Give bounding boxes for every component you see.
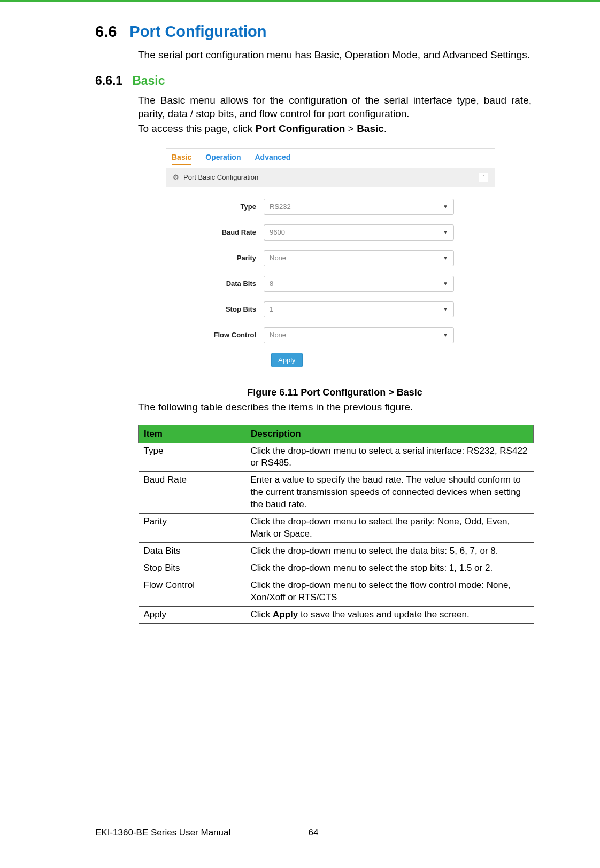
cell-item: Flow Control bbox=[139, 577, 245, 606]
select-databits-value: 8 bbox=[270, 280, 273, 288]
section-number: 6.6 bbox=[95, 23, 117, 41]
select-stopbits-value: 1 bbox=[270, 305, 273, 313]
section-title: Port Configuration bbox=[129, 23, 266, 41]
table-row: Apply Click Apply to save the values and… bbox=[139, 606, 534, 623]
select-flow[interactable]: None ▼ bbox=[264, 327, 454, 343]
tab-bar: Basic Operation Advanced bbox=[166, 149, 495, 168]
table-row: Flow Control Click the drop-down menu to… bbox=[139, 577, 534, 606]
select-databits[interactable]: 8 ▼ bbox=[264, 276, 454, 292]
apply-desc-bold: Apply bbox=[273, 609, 298, 619]
select-type-value: RS232 bbox=[270, 203, 291, 211]
row-type: Type RS232 ▼ bbox=[178, 199, 483, 215]
description-table: Item Description Type Click the drop-dow… bbox=[138, 425, 534, 624]
label-databits: Data Bits bbox=[178, 280, 264, 288]
tab-operation[interactable]: Operation bbox=[205, 153, 241, 165]
row-flow: Flow Control None ▼ bbox=[178, 327, 483, 343]
label-stopbits: Stop Bits bbox=[178, 305, 264, 313]
apply-row: Apply bbox=[271, 353, 483, 367]
subsection-intro: The Basic menu allows for the configurat… bbox=[138, 94, 532, 121]
figure-panel: Basic Operation Advanced ⚙ Port Basic Co… bbox=[166, 148, 495, 379]
select-baud[interactable]: 9600 ▼ bbox=[264, 224, 454, 241]
cell-desc: Click the drop-down menu to select the f… bbox=[245, 577, 534, 606]
label-parity: Parity bbox=[178, 254, 264, 262]
th-item: Item bbox=[139, 425, 245, 443]
page-footer: EKI-1360-BE Series User Manual 64 bbox=[95, 827, 532, 838]
chevron-down-icon: ▼ bbox=[443, 204, 448, 210]
cell-item: Baud Rate bbox=[139, 472, 245, 514]
form-area: Type RS232 ▼ Baud Rate 9600 ▼ Parity Non… bbox=[166, 187, 495, 379]
footer-page-number: 64 bbox=[95, 827, 532, 838]
select-baud-value: 9600 bbox=[270, 228, 285, 236]
apply-desc-pre: Click bbox=[251, 609, 273, 619]
subsection-number: 6.6.1 bbox=[95, 74, 122, 88]
table-row: Baud Rate Enter a value to specify the b… bbox=[139, 472, 534, 514]
figure-caption: Figure 6.11 Port Configuration > Basic bbox=[138, 387, 532, 398]
table-row: Data Bits Click the drop-down menu to se… bbox=[139, 543, 534, 560]
cell-desc: Click the drop-down menu to select a ser… bbox=[245, 443, 534, 472]
label-flow: Flow Control bbox=[178, 331, 264, 339]
chevron-down-icon: ▼ bbox=[443, 229, 448, 235]
cell-desc: Click the drop-down menu to select the s… bbox=[245, 560, 534, 577]
section-heading: 6.6 Port Configuration bbox=[95, 23, 532, 41]
subsection-title: Basic bbox=[132, 74, 165, 88]
select-stopbits[interactable]: 1 ▼ bbox=[264, 301, 454, 317]
access-suffix: . bbox=[384, 123, 387, 134]
table-row: Type Click the drop-down menu to select … bbox=[139, 443, 534, 472]
access-link-2: Basic bbox=[357, 123, 384, 134]
chevron-up-icon: ˄ bbox=[482, 174, 485, 180]
cell-desc: Click the drop-down menu to select the p… bbox=[245, 514, 534, 543]
cell-desc: Click the drop-down menu to select the d… bbox=[245, 543, 534, 560]
select-parity[interactable]: None ▼ bbox=[264, 250, 454, 266]
label-type: Type bbox=[178, 203, 264, 211]
tab-advanced[interactable]: Advanced bbox=[255, 153, 290, 165]
apply-button[interactable]: Apply bbox=[271, 353, 303, 367]
panel-title: Port Basic Configuration bbox=[183, 173, 258, 181]
cell-item: Type bbox=[139, 443, 245, 472]
collapse-button[interactable]: ˄ bbox=[479, 173, 488, 182]
cell-item: Stop Bits bbox=[139, 560, 245, 577]
row-databits: Data Bits 8 ▼ bbox=[178, 276, 483, 292]
label-baud: Baud Rate bbox=[178, 228, 264, 236]
cell-desc: Enter a value to specify the baud rate. … bbox=[245, 472, 534, 514]
th-desc: Description bbox=[245, 425, 534, 443]
subsection-heading: 6.6.1 Basic bbox=[95, 74, 532, 88]
table-row: Parity Click the drop-down menu to selec… bbox=[139, 514, 534, 543]
row-baud: Baud Rate 9600 ▼ bbox=[178, 224, 483, 241]
table-row: Stop Bits Click the drop-down menu to se… bbox=[139, 560, 534, 577]
access-sep: > bbox=[345, 123, 357, 134]
panel-header: ⚙ Port Basic Configuration ˄ bbox=[166, 168, 495, 187]
access-prefix: To access this page, click bbox=[138, 123, 256, 134]
cell-item: Parity bbox=[139, 514, 245, 543]
select-type[interactable]: RS232 ▼ bbox=[264, 199, 454, 215]
cell-desc: Click Apply to save the values and updat… bbox=[245, 606, 534, 623]
cell-item: Data Bits bbox=[139, 543, 245, 560]
gear-icon: ⚙ bbox=[173, 173, 179, 181]
apply-desc-post: to save the values and update the screen… bbox=[298, 609, 469, 619]
chevron-down-icon: ▼ bbox=[443, 281, 448, 286]
select-parity-value: None bbox=[270, 254, 286, 262]
chevron-down-icon: ▼ bbox=[443, 255, 448, 261]
cell-item: Apply bbox=[139, 606, 245, 623]
select-flow-value: None bbox=[270, 331, 286, 339]
access-link-1: Port Configuration bbox=[256, 123, 345, 134]
access-instructions: To access this page, click Port Configur… bbox=[138, 122, 532, 136]
post-figure-text: The following table describes the items … bbox=[138, 401, 532, 413]
tab-basic[interactable]: Basic bbox=[172, 153, 191, 165]
chevron-down-icon: ▼ bbox=[443, 306, 448, 312]
chevron-down-icon: ▼ bbox=[443, 332, 448, 338]
section-intro: The serial port configuration menu has B… bbox=[138, 48, 532, 62]
row-stopbits: Stop Bits 1 ▼ bbox=[178, 301, 483, 317]
row-parity: Parity None ▼ bbox=[178, 250, 483, 266]
